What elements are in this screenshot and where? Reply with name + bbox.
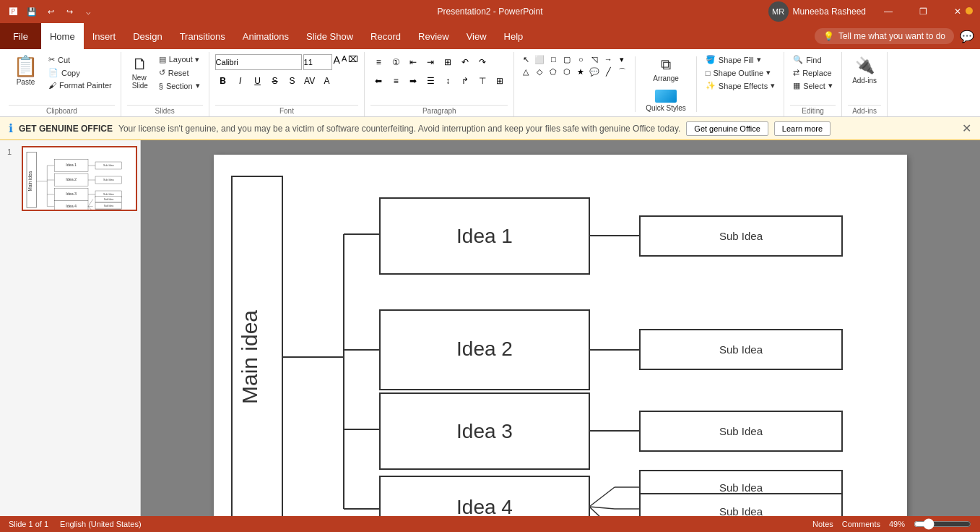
reset-button[interactable]: ↺ Reset <box>156 66 203 79</box>
canvas-area[interactable]: Main idea Idea 1 Sub Idea Ide <box>141 140 980 532</box>
more-shapes[interactable]: ▾ <box>616 53 628 65</box>
addins-button[interactable]: 🔌 Add-ins <box>848 53 881 95</box>
circle-shape[interactable]: ○ <box>575 53 586 65</box>
menu-help[interactable]: Help <box>495 23 532 49</box>
copy-button[interactable]: 📄Copy <box>45 66 115 79</box>
select-button[interactable]: ▦ Select ▾ <box>790 80 836 92</box>
underline-button[interactable]: U <box>250 73 266 89</box>
line-shape[interactable]: ╱ <box>602 66 614 77</box>
bullets-button[interactable]: ≡ <box>370 54 386 70</box>
align-center-button[interactable]: ≡ <box>388 73 404 89</box>
notes-button[interactable]: Notes <box>812 520 833 528</box>
italic-button[interactable]: I <box>233 73 248 89</box>
connector-shape[interactable]: ⌒ <box>616 66 628 77</box>
new-slide-button[interactable]: 🗋 NewSlide <box>127 53 153 95</box>
bold-button[interactable]: B <box>215 73 231 89</box>
diamond-shape[interactable]: ◇ <box>534 66 545 77</box>
numbering-button[interactable]: ① <box>388 54 404 70</box>
hexagon-shape[interactable]: ⬡ <box>561 66 573 77</box>
star-shape[interactable]: ★ <box>575 66 586 77</box>
ltr-button[interactable]: ↷ <box>474 54 490 70</box>
font-size-decrease[interactable]: A <box>342 54 347 70</box>
undo-qat-button[interactable]: ↩ <box>43 4 58 19</box>
rounded-rect-shape[interactable]: ▢ <box>561 53 573 65</box>
menu-view[interactable]: View <box>458 23 495 49</box>
text-direction-button[interactable]: ↱ <box>457 73 473 89</box>
menu-insert[interactable]: Insert <box>84 23 125 49</box>
new-slide-label: NewSlide <box>132 74 148 90</box>
rtl-button[interactable]: ↶ <box>457 54 473 70</box>
menu-transitions[interactable]: Transitions <box>171 23 234 49</box>
rect-shape[interactable]: □ <box>547 53 559 65</box>
notification-text: Your license isn't genuine, and you may … <box>118 124 680 134</box>
font-size-increase[interactable]: A <box>334 54 340 70</box>
addins-content: 🔌 Add-ins <box>848 53 881 103</box>
notification-close-button[interactable]: ✕ <box>962 121 971 135</box>
font-content: A A ⌧ B I U S S AV A <box>215 53 359 103</box>
customize-qat-button[interactable]: ⌵ <box>81 4 95 19</box>
format-painter-button[interactable]: 🖌Format Painter <box>45 80 115 91</box>
triangle-shape[interactable]: △ <box>520 66 532 77</box>
select-shape[interactable]: ↖ <box>520 53 532 65</box>
arrow-shape[interactable]: → <box>602 53 614 65</box>
quick-styles-button[interactable]: Quick Styles <box>641 87 690 115</box>
align-text-button[interactable]: ⊤ <box>474 73 490 89</box>
line-spacing-button[interactable]: ↕ <box>440 73 456 89</box>
tell-me-input[interactable]: 💡 Tell me what you want to do <box>815 28 954 44</box>
decrease-indent-button[interactable]: ⇤ <box>405 54 421 70</box>
slide-thumbnail[interactable]: Main idea Idea 1 Idea 2 Ide <box>22 146 137 211</box>
slides-group: 🗋 NewSlide ▤ Layout ▾ ↺ Reset § Section … <box>121 52 209 116</box>
menu-design[interactable]: Design <box>124 23 170 49</box>
increase-indent-button[interactable]: ⇥ <box>422 54 438 70</box>
menu-file[interactable]: File <box>0 23 41 49</box>
menu-animations[interactable]: Animations <box>234 23 298 49</box>
text-color-button[interactable]: A <box>319 73 335 89</box>
paste-button[interactable]: 📋 Paste <box>9 53 43 95</box>
align-left-button[interactable]: ⬅ <box>370 73 386 89</box>
menu-review[interactable]: Review <box>409 23 458 49</box>
pentagon-shape[interactable]: ⬠ <box>547 66 559 77</box>
restore-button[interactable]: ❒ <box>906 0 940 23</box>
clear-format-button[interactable]: ⌧ <box>348 54 358 70</box>
slides-content: 🗋 NewSlide ▤ Layout ▾ ↺ Reset § Section … <box>127 53 203 103</box>
smartart-button[interactable]: ⊞ <box>492 73 508 89</box>
font-format-row: B I U S S AV A <box>215 73 335 89</box>
save-qat-button[interactable]: 💾 <box>25 4 39 19</box>
comments-icon[interactable]: 💬 <box>960 30 974 43</box>
columns-button[interactable]: ⊞ <box>440 54 456 70</box>
svg-text:Idea 2: Idea 2 <box>66 177 77 181</box>
menu-slideshow[interactable]: Slide Show <box>298 23 362 49</box>
clipboard-group: 📋 Paste ✂Cut 📄Copy 🖌Format Painter Clipb… <box>3 52 121 116</box>
callout-shape[interactable]: 💬 <box>589 66 600 77</box>
justify-button[interactable]: ☰ <box>422 73 438 89</box>
tell-me-label: Tell me what you want to do <box>838 31 945 41</box>
right-triangle-shape[interactable]: ◹ <box>589 53 600 65</box>
minimize-button[interactable]: — <box>872 0 905 23</box>
clipboard-label: Clipboard <box>9 105 115 116</box>
get-genuine-button[interactable]: Get genuine Office <box>686 121 768 136</box>
menu-home[interactable]: Home <box>41 23 84 49</box>
text-box-shape[interactable]: ⬜ <box>534 53 545 65</box>
learn-more-button[interactable]: Learn more <box>774 121 831 136</box>
shadow-button[interactable]: S <box>285 73 300 89</box>
shape-fill-button[interactable]: 🪣 Shape Fill ▾ <box>703 53 778 66</box>
shape-outline-button[interactable]: □ Shape Outline ▾ <box>703 66 778 79</box>
font-size-input[interactable] <box>303 54 332 70</box>
align-right-button[interactable]: ➡ <box>405 73 421 89</box>
shape-effects-button[interactable]: ✨ Shape Effects ▾ <box>703 80 778 92</box>
replace-button[interactable]: ⇄ Replace <box>790 66 836 79</box>
section-button[interactable]: § Section ▾ <box>156 80 203 92</box>
cut-button[interactable]: ✂Cut <box>45 53 115 66</box>
char-spacing-button[interactable]: AV <box>302 73 318 89</box>
find-button[interactable]: 🔍 Find <box>790 53 836 66</box>
drawing-sep2 <box>696 56 697 112</box>
strikethrough-button[interactable]: S <box>267 73 283 89</box>
menu-record[interactable]: Record <box>362 23 409 49</box>
zoom-level: 49% <box>889 520 905 528</box>
zoom-slider[interactable] <box>914 518 971 530</box>
font-family-input[interactable] <box>215 54 302 70</box>
redo-qat-button[interactable]: ↪ <box>62 4 77 19</box>
arrange-button[interactable]: ⧉ Arrange <box>641 53 690 85</box>
comments-button[interactable]: Comments <box>842 520 880 528</box>
layout-button[interactable]: ▤ Layout ▾ <box>156 53 203 66</box>
